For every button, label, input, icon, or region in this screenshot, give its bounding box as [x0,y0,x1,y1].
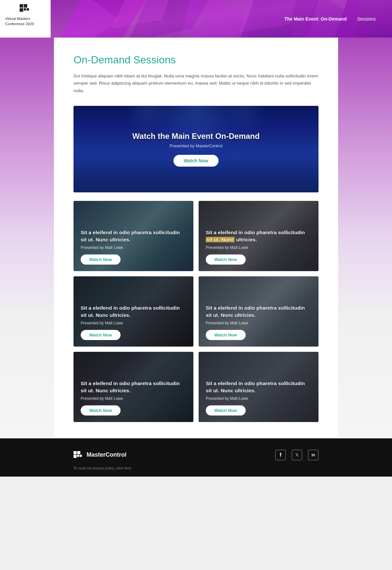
session-card-content-3: Sit a eleifend in odio pharetra sollicit… [206,304,311,340]
session-title-1: Sit a eleifend in odio pharetra sollicit… [206,229,311,243]
twitter-icon: 𝕏 [295,452,299,457]
nav-sessions[interactable]: Sessions [357,16,376,22]
social-facebook[interactable]: f [275,450,286,460]
main-nav: The Main Event: On-Demand Sessions [285,16,392,22]
svg-rect-18 [77,451,80,454]
svg-rect-20 [77,455,79,457]
logo-icon [20,4,31,13]
facebook-icon: f [280,452,281,458]
featured-title: Watch the Main Event On-Demand [132,132,260,141]
footer-logo: MasterControl [74,451,126,459]
session-watch-button-0[interactable]: Watch Now [81,254,121,265]
session-presenter-3: Presented by Matt Lowe [206,321,311,325]
session-card-1: Sit a eleifend in odio pharetra sollicit… [199,201,318,271]
session-watch-button-1[interactable]: Watch Now [206,254,246,265]
privacy-text: To read our privacy policy, click here [74,466,131,470]
logo-site-name: Virtual Masters Conference 2020 [5,16,45,26]
logo-area[interactable]: Virtual Masters Conference 2020 [0,0,51,38]
footer-logo-icon [74,451,84,459]
session-watch-button-5[interactable]: Watch Now [206,405,246,415]
social-twitter[interactable]: 𝕏 [292,450,302,460]
session-card-content-0: Sit a eleifend in odio pharetra sollicit… [81,229,186,264]
session-title-5: Sit a eleifend in odio pharetra sollicit… [206,380,311,394]
content-area: On-Demand Sessions Dui tristique aliquam… [54,38,338,438]
session-card-4: Sit a eleifend in odio pharetra sollicit… [74,352,193,422]
session-card-3: Sit a eleifend in odio pharetra sollicit… [199,276,318,347]
footer-inner: MasterControl f 𝕏 in [54,450,338,460]
session-card-5: Sit a eleifend in odio pharetra sollicit… [199,352,318,422]
session-title-3: Sit a eleifend in odio pharetra sollicit… [206,304,311,318]
session-card-content-5: Sit a eleifend in odio pharetra sollicit… [206,380,311,415]
session-presenter-5: Presented by Matt Lowe [206,396,311,401]
linkedin-icon: in [312,453,315,457]
session-presenter-4: Presented by Matt Lowe [81,396,186,401]
section-description: Dui tristique aliquam nibh etiam at dui … [54,73,338,94]
svg-rect-13 [24,4,27,8]
featured-subtitle: Presented by MasterControl [132,143,260,148]
footer-social: f 𝕏 in [275,450,318,460]
footer-privacy: To read our privacy policy, click here [54,466,338,470]
page-background: On-Demand Sessions Dui tristique aliquam… [0,38,392,438]
session-grid: Sit a eleifend in odio pharetra sollicit… [54,201,338,438]
page-title: On-Demand Sessions [54,38,338,66]
session-title-4: Sit a eleifend in odio pharetra sollicit… [81,380,186,394]
session-card-0: Sit a eleifend in odio pharetra sollicit… [74,201,193,271]
session-card-content-2: Sit a eleifend in odio pharetra sollicit… [81,304,186,340]
svg-rect-19 [74,455,77,458]
footer-logo-text: MasterControl [87,451,126,458]
svg-rect-12 [20,4,23,8]
featured-watch-button[interactable]: Watch Now [173,155,219,167]
session-presenter-2: Presented by Matt Lowe [81,321,186,325]
social-linkedin[interactable]: in [308,450,318,460]
svg-rect-15 [24,8,26,10]
svg-rect-21 [80,455,82,457]
featured-card: Watch the Main Event On-Demand Presented… [74,106,318,192]
session-watch-button-3[interactable]: Watch Now [206,330,246,340]
session-card-2: Sit a eleifend in odio pharetra sollicit… [74,276,193,347]
featured-content: Watch the Main Event On-Demand Presented… [126,125,266,173]
session-presenter-0: Presented by Matt Lowe [81,245,186,250]
svg-rect-17 [74,451,77,454]
session-title-2: Sit a eleifend in odio pharetra sollicit… [81,304,186,318]
svg-rect-16 [26,8,29,10]
site-footer: MasterControl f 𝕏 in To read our privacy… [0,438,392,477]
session-watch-button-2[interactable]: Watch Now [81,330,121,340]
site-header: Virtual Masters Conference 2020 The Main… [0,0,392,38]
svg-rect-14 [20,8,23,12]
session-title-0: Sit a eleifend in odio pharetra sollicit… [81,229,186,243]
nav-main-event[interactable]: The Main Event: On-Demand [285,16,347,22]
session-presenter-1: Presented by Matt Lowe [206,245,311,250]
session-card-content-1: Sit a eleifend in odio pharetra sollicit… [206,229,311,264]
session-card-content-4: Sit a eleifend in odio pharetra sollicit… [81,380,186,415]
session-watch-button-4[interactable]: Watch Now [81,405,121,415]
